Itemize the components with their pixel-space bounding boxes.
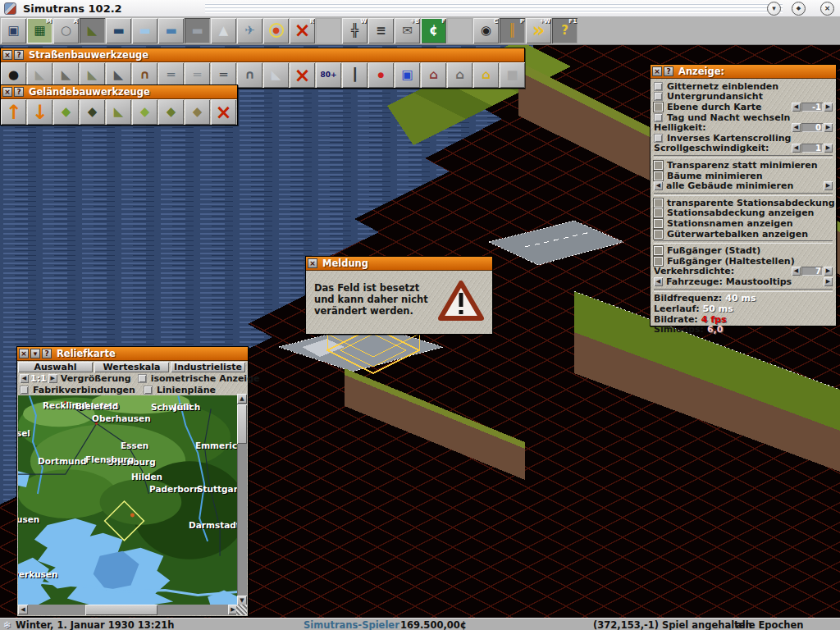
cycle-right-icon[interactable]: ▶: [824, 181, 833, 190]
road-sign-button[interactable]: ▣: [395, 62, 420, 88]
checkbox[interactable]: [654, 199, 663, 208]
checkbox[interactable]: [654, 257, 663, 266]
fast-forward-button[interactable]: »+W: [526, 18, 551, 43]
spin-left-icon[interactable]: ◀: [792, 103, 801, 112]
bus-stop-icon: ⌂: [482, 69, 491, 81]
horizontal-scroll-thumb[interactable]: [85, 605, 158, 615]
magnifier-button[interactable]: ○A: [53, 18, 79, 43]
messages-button[interactable]: ✉+B: [395, 18, 420, 43]
car-stop-button[interactable]: ⌂: [447, 62, 472, 88]
cycle-left-icon[interactable]: ◀: [654, 277, 663, 286]
stop-sign-button[interactable]: ●: [368, 62, 394, 88]
spin-right-icon[interactable]: ▶: [824, 103, 833, 112]
screenshot-button[interactable]: ◉C: [473, 18, 499, 43]
restore-slope-button[interactable]: ×: [211, 99, 236, 125]
relief-map-canvas[interactable]: RecklinghausenBielefeldSchwedtJülichOber…: [18, 395, 238, 607]
grass-tile-button[interactable]: ◆: [53, 99, 79, 125]
remove-road-icon: ×: [294, 66, 310, 85]
zoom-out-icon[interactable]: ◀: [20, 374, 29, 383]
speed-limit-sign-button[interactable]: 80+: [316, 62, 341, 88]
help-button[interactable]: ?F1: [552, 18, 578, 43]
row-label: Ebene durch Karte: [667, 102, 761, 112]
remove-tool-button[interactable]: ×R: [290, 18, 315, 43]
shade-icon[interactable]: ▾: [30, 349, 40, 358]
map-vertical-scrollbar[interactable]: ▲ ▼: [237, 394, 247, 605]
raise-land-button[interactable]: ↑: [1, 99, 26, 125]
scroll-left-icon[interactable]: ◀: [18, 605, 28, 614]
cycle-right-icon[interactable]: ▶: [824, 277, 833, 286]
tab-industrieliste[interactable]: Industrieliste: [171, 362, 245, 372]
player-name: Simutrans-Spieler: [304, 619, 399, 630]
scroll-up-icon[interactable]: ▲: [237, 394, 247, 404]
spin-left-icon[interactable]: ◀: [792, 144, 801, 153]
line-management-button[interactable]: ╬W: [342, 18, 368, 43]
monorail-tools-button[interactable]: ▬: [132, 18, 158, 43]
finances-button[interactable]: ¢F: [421, 18, 446, 43]
grass-tile-2-button[interactable]: ◆: [132, 99, 158, 125]
grass-tile-3-button[interactable]: ◆: [158, 99, 184, 125]
window-maximize-button[interactable]: ◆: [792, 2, 806, 16]
help-icon[interactable]: ?: [14, 87, 24, 97]
traffic-light-button[interactable]: ┃: [342, 62, 368, 88]
checkbox[interactable]: [654, 219, 663, 228]
pause-button[interactable]: ║P: [500, 18, 525, 43]
slope-tile-button[interactable]: ◣: [106, 99, 131, 125]
raise-land-icon: ↑: [5, 103, 21, 122]
ship-tools-button[interactable]: ▲: [211, 18, 236, 43]
checkbox[interactable]: [654, 230, 663, 239]
spin-right-icon[interactable]: ▶: [824, 144, 833, 153]
checkbox[interactable]: [654, 161, 663, 170]
checkbox[interactable]: [654, 246, 663, 255]
window-close-button[interactable]: ×: [820, 2, 834, 16]
remove-road-button[interactable]: ×: [290, 62, 315, 88]
checkbox[interactable]: [654, 103, 663, 112]
checkbox[interactable]: [654, 113, 663, 122]
slope-tools-button[interactable]: ◣: [80, 18, 105, 43]
spin-right-icon[interactable]: ▶: [824, 267, 833, 276]
checkbox[interactable]: [654, 92, 663, 101]
close-icon[interactable]: ×: [2, 50, 12, 60]
tab-auswahl[interactable]: Auswahl: [18, 362, 93, 372]
map-horizontal-scrollbar[interactable]: ◀ ▶: [18, 605, 238, 615]
elevated-road-button[interactable]: ◣: [263, 62, 289, 88]
air-tools-button[interactable]: ✈: [237, 18, 262, 43]
line-plans-checkbox[interactable]: [144, 386, 153, 395]
checkbox[interactable]: [654, 134, 663, 143]
close-icon[interactable]: ×: [2, 87, 12, 97]
rail-tools-button[interactable]: ▬: [106, 18, 131, 43]
help-icon[interactable]: ?: [664, 66, 673, 76]
freight-platform-button[interactable]: ■: [500, 62, 525, 88]
rough-tile-button[interactable]: ◆: [185, 99, 210, 125]
tab-werteskala[interactable]: Werteskala: [94, 362, 169, 372]
tram-tools-button[interactable]: ▬: [158, 18, 184, 43]
isometric-checkbox[interactable]: [138, 374, 147, 383]
dark-slope-button[interactable]: ◆: [80, 99, 105, 125]
vertical-scroll-thumb[interactable]: [237, 404, 247, 444]
zoom-in-icon[interactable]: ▶: [48, 374, 57, 383]
spin-left-icon[interactable]: ◀: [792, 123, 801, 132]
checkbox[interactable]: [654, 171, 663, 180]
spin-right-icon[interactable]: ▶: [824, 123, 833, 132]
road-tools-button[interactable]: ▬: [185, 18, 210, 43]
minimap-button[interactable]: ▦M: [27, 18, 52, 43]
close-icon[interactable]: ×: [19, 349, 29, 358]
help-icon[interactable]: ?: [14, 50, 24, 60]
factory-connections-checkbox[interactable]: [20, 386, 29, 395]
save-button[interactable]: ▣: [1, 18, 26, 43]
depot-button[interactable]: ⌂: [421, 62, 446, 88]
spin-value: 0: [801, 123, 823, 132]
close-icon[interactable]: ×: [652, 66, 662, 76]
signal-tool-button[interactable]: ●: [263, 18, 289, 43]
window-shade-button[interactable]: ▾: [767, 2, 781, 16]
lists-button[interactable]: ≡: [368, 18, 394, 43]
spin-left-icon[interactable]: ◀: [792, 267, 801, 276]
close-icon[interactable]: ×: [308, 258, 317, 268]
help-icon[interactable]: ?: [42, 349, 52, 358]
bus-stop-button[interactable]: ⌂: [473, 62, 499, 88]
checkbox[interactable]: [654, 208, 663, 217]
lower-land-button[interactable]: ↓: [27, 99, 52, 125]
resize-grip[interactable]: [236, 605, 247, 615]
checkbox[interactable]: [654, 82, 663, 91]
tunnel-button[interactable]: ∩: [237, 62, 262, 88]
cycle-left-icon[interactable]: ◀: [654, 181, 663, 190]
